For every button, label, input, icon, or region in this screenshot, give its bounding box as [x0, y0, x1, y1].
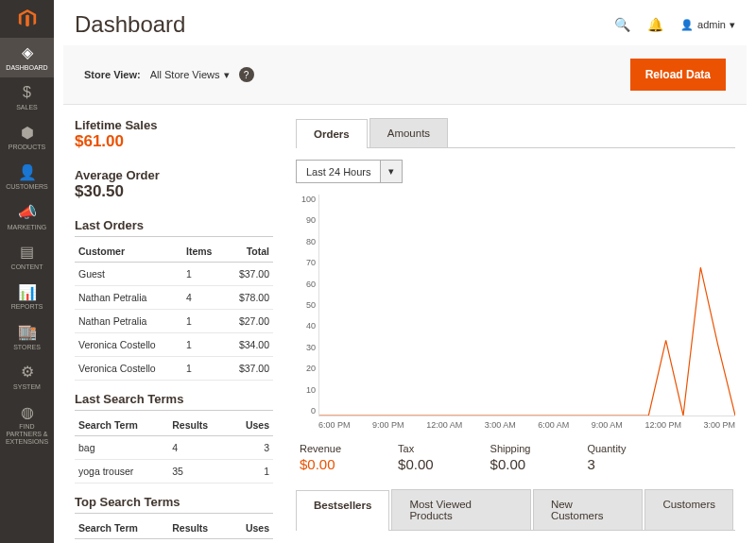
top-search-title: Top Search Terms [75, 495, 273, 514]
last-orders-title: Last Orders [75, 218, 273, 237]
tab-new-customers[interactable]: New Customers [533, 489, 643, 530]
column-header: Results [168, 518, 229, 539]
quantity-value: 3 [587, 456, 626, 472]
column-header: Items [182, 241, 225, 263]
column-header: Product [296, 536, 567, 543]
products-icon: ⬢ [21, 125, 34, 142]
search-icon[interactable]: 🔍 [614, 17, 630, 32]
sidebar-item-stores[interactable]: 🏬STORES [0, 317, 54, 357]
tab-orders[interactable]: Orders [296, 119, 368, 148]
average-order-value: $30.50 [75, 182, 273, 201]
sidebar-item-sales[interactable]: $SALES [0, 77, 54, 117]
store-view-select[interactable]: All Store Views ▾ [150, 69, 230, 81]
column-header: Results [168, 415, 229, 436]
column-header: Search Term [75, 518, 168, 539]
reload-data-button[interactable]: Reload Data [630, 59, 726, 91]
column-header: Customer [75, 241, 182, 263]
lifetime-sales-value: $61.00 [75, 132, 273, 151]
shipping-value: $0.00 [490, 456, 531, 472]
sidebar-item-system[interactable]: ⚙SYSTEM [0, 357, 54, 397]
sidebar-item-marketing[interactable]: 📣MARKETING [0, 197, 54, 237]
chevron-down-icon: ▾ [730, 19, 735, 31]
product-tabs: Bestsellers Most Viewed Products New Cus… [296, 489, 735, 531]
find-icon: ◍ [21, 404, 34, 421]
sales-icon: $ [23, 84, 31, 101]
table-row[interactable]: Nathan Petralia4$78.00 [75, 286, 273, 310]
notifications-icon[interactable]: 🔔 [647, 17, 663, 32]
tax-value: $0.00 [398, 456, 434, 472]
chart-tabs: Orders Amounts [296, 118, 735, 148]
chevron-down-icon: ▾ [380, 161, 402, 182]
table-row[interactable]: Veronica Costello1$34.00 [75, 333, 273, 357]
tab-amounts[interactable]: Amounts [369, 118, 448, 147]
tab-most-viewed[interactable]: Most Viewed Products [391, 489, 531, 530]
magento-logo[interactable] [0, 0, 54, 38]
store-view-label: Store View: [84, 69, 141, 80]
table-row[interactable]: bag43 [75, 436, 273, 460]
tax-label: Tax [398, 443, 434, 454]
revenue-value: $0.00 [300, 456, 341, 472]
help-icon[interactable]: ? [239, 67, 254, 82]
page-header: Dashboard 🔍 🔔 👤 admin ▾ [54, 0, 756, 45]
sidebar-item-products[interactable]: ⬢PRODUCTS [0, 118, 54, 158]
column-header: Total [225, 241, 273, 263]
column-header: Price [567, 536, 637, 543]
last-search-title: Last Search Terms [75, 392, 273, 411]
stores-icon: 🏬 [18, 324, 37, 341]
table-row[interactable]: Nathan Petralia1$27.00 [75, 310, 273, 333]
table-row[interactable]: Veronica Costello1$37.00 [75, 357, 273, 381]
orders-chart: 1009080706050403020100 [318, 195, 735, 416]
lifetime-sales-label: Lifetime Sales [75, 118, 273, 132]
chevron-down-icon: ▾ [224, 69, 230, 81]
last-orders-table: CustomerItemsTotal Guest1$37.00Nathan Pe… [75, 241, 273, 381]
sidebar: ◈DASHBOARD$SALES⬢PRODUCTS👤CUSTOMERS📣MARK… [0, 0, 54, 543]
bestsellers-table: ProductPriceQuantity Argus All-Weather T… [296, 536, 735, 543]
tab-customers[interactable]: Customers [644, 489, 733, 530]
sidebar-item-reports[interactable]: 📊REPORTS [0, 278, 54, 317]
user-icon: 👤 [680, 19, 694, 31]
marketing-icon: 📣 [18, 204, 37, 221]
toolbar: Store View: All Store Views ▾ ? Reload D… [63, 45, 747, 105]
quantity-label: Quantity [587, 443, 626, 454]
admin-user-menu[interactable]: 👤 admin ▾ [680, 19, 735, 31]
sidebar-item-content[interactable]: ▤CONTENT [0, 237, 54, 277]
column-header: Quantity [637, 536, 735, 543]
column-header: Uses [230, 415, 273, 436]
average-order-label: Average Order [75, 168, 273, 182]
last-search-table: Search TermResultsUses bag43yoga trouser… [75, 415, 273, 484]
column-header: Uses [230, 518, 273, 539]
content-icon: ▤ [20, 244, 34, 261]
dashboard-icon: ◈ [22, 44, 33, 61]
revenue-label: Revenue [300, 443, 341, 454]
page-title: Dashboard [75, 11, 185, 38]
sidebar-item-dashboard[interactable]: ◈DASHBOARD [0, 38, 54, 77]
reports-icon: 📊 [18, 284, 37, 301]
time-range-select[interactable]: Last 24 Hours ▾ [296, 160, 403, 183]
table-row[interactable]: bag43 [75, 539, 273, 544]
system-icon: ⚙ [21, 364, 34, 381]
shipping-label: Shipping [490, 443, 531, 454]
sidebar-item-find-partners-extensions[interactable]: ◍FIND PARTNERS & EXTENSIONS [0, 398, 54, 452]
table-row[interactable]: Guest1$37.00 [75, 263, 273, 286]
tab-bestsellers[interactable]: Bestsellers [296, 490, 389, 531]
top-search-table: Search TermResultsUses bag43yoga trouser… [75, 518, 273, 543]
sidebar-item-customers[interactable]: 👤CUSTOMERS [0, 158, 54, 197]
table-row[interactable]: yoga trouser351 [75, 460, 273, 484]
column-header: Search Term [75, 415, 168, 436]
customers-icon: 👤 [18, 164, 37, 181]
